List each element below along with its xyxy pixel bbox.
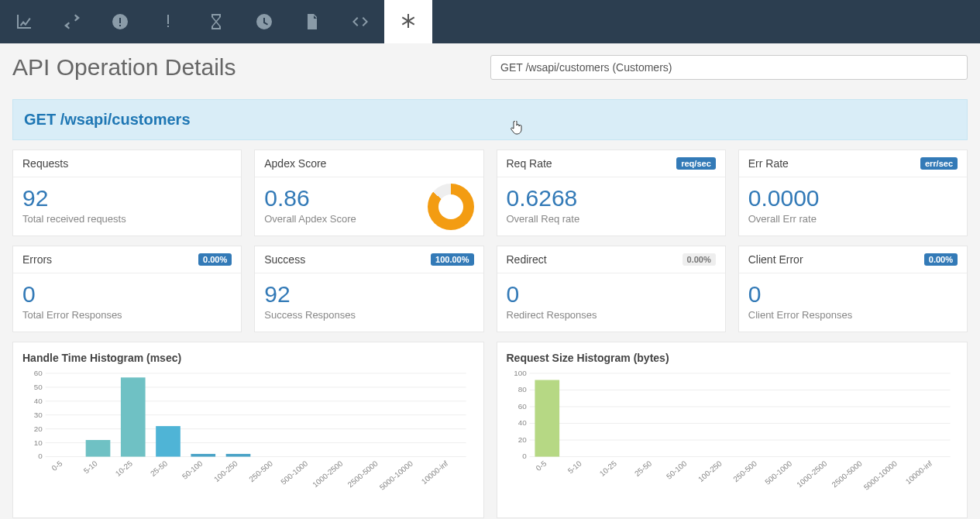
kpi-card-client-error: Client Error0.00%0Client Error Responses bbox=[738, 246, 968, 332]
card-badge: req/sec bbox=[676, 157, 716, 170]
card-header: Client Error0.00% bbox=[739, 246, 967, 273]
svg-text:10-25: 10-25 bbox=[597, 459, 618, 478]
page-header: API Operation Details GET /wsapi/custome… bbox=[0, 43, 980, 99]
svg-text:60: 60 bbox=[34, 369, 43, 377]
card-title: Req Rate bbox=[507, 157, 552, 170]
kpi-value: 0.6268 bbox=[507, 185, 716, 211]
operation-banner: GET /wsapi/customers bbox=[12, 99, 968, 140]
svg-text:500-1000: 500-1000 bbox=[763, 459, 793, 486]
chart-title: Handle Time Histogram (msec) bbox=[22, 352, 474, 364]
card-body: 92Success Responses bbox=[255, 273, 483, 332]
svg-text:10: 10 bbox=[34, 438, 43, 447]
kpi-value: 92 bbox=[264, 281, 473, 308]
tab-pending[interactable] bbox=[192, 0, 240, 43]
svg-text:40: 40 bbox=[518, 418, 526, 427]
kpi-sub: Total received requests bbox=[22, 213, 232, 225]
chart-row: Handle Time Histogram (msec) 01020304050… bbox=[0, 342, 980, 519]
svg-text:5000-10000: 5000-10000 bbox=[378, 459, 415, 492]
kpi-card-redirect: Redirect0.00%0Redirect Responses bbox=[497, 246, 726, 332]
kpi-row-1: Requests92Total received requestsApdex S… bbox=[0, 150, 980, 246]
svg-text:0: 0 bbox=[38, 452, 43, 460]
kpi-sub: Total Error Responses bbox=[22, 309, 232, 321]
svg-text:25-50: 25-50 bbox=[632, 459, 653, 478]
card-body: 0.6268Overall Req rate bbox=[497, 177, 725, 235]
card-header: Apdex Score bbox=[255, 150, 483, 177]
svg-rect-17 bbox=[156, 426, 181, 456]
tab-history[interactable] bbox=[240, 0, 288, 43]
kpi-value: 0 bbox=[22, 281, 232, 308]
svg-text:100-250: 100-250 bbox=[696, 459, 723, 483]
clock-icon bbox=[255, 12, 273, 31]
kpi-sub: Overall Req rate bbox=[507, 213, 716, 225]
card-body: 0.86Overall Apdex Score bbox=[255, 177, 483, 235]
kpi-row-2: Errors0.00%0Total Error ResponsesSuccess… bbox=[0, 246, 980, 342]
chart-svg: 01020304050600-55-1010-2525-5050-100100-… bbox=[22, 369, 474, 499]
tab-document[interactable] bbox=[288, 0, 336, 43]
tab-flows[interactable] bbox=[48, 0, 96, 43]
exclamation-icon bbox=[159, 12, 177, 31]
svg-text:1000-2500: 1000-2500 bbox=[795, 459, 829, 489]
card-body: 0Client Error Responses bbox=[739, 273, 967, 332]
svg-text:20: 20 bbox=[518, 435, 526, 444]
kpi-card-apdex-score: Apdex Score0.86Overall Apdex Score bbox=[254, 150, 483, 236]
kpi-sub: Redirect Responses bbox=[507, 309, 716, 321]
svg-rect-15 bbox=[86, 440, 111, 457]
tab-asterisk[interactable] bbox=[384, 0, 432, 43]
svg-text:40: 40 bbox=[34, 397, 43, 405]
card-badge: 0.00% bbox=[924, 253, 958, 266]
card-body: 0.0000Overall Err rate bbox=[739, 177, 967, 235]
svg-text:2500-5000: 2500-5000 bbox=[830, 459, 864, 489]
card-body: 0Total Error Responses bbox=[13, 273, 241, 332]
svg-text:0: 0 bbox=[522, 452, 527, 460]
topbar bbox=[0, 0, 980, 43]
kpi-value: 92 bbox=[22, 185, 232, 211]
operation-select-value: GET /wsapi/customers (Customers) bbox=[500, 61, 672, 74]
card-badge: 0.00% bbox=[683, 253, 716, 266]
kpi-card-req-rate: Req Ratereq/sec0.6268Overall Req rate bbox=[497, 150, 726, 236]
card-title: Redirect bbox=[507, 253, 547, 266]
svg-text:30: 30 bbox=[34, 411, 43, 419]
chart-svg: 0204060801000-55-1010-2525-5050-100100-2… bbox=[507, 369, 958, 499]
kpi-sub: Client Error Responses bbox=[748, 309, 958, 321]
card-title: Apdex Score bbox=[264, 157, 326, 170]
card-badge: 100.00% bbox=[431, 253, 473, 266]
svg-rect-16 bbox=[121, 377, 146, 456]
svg-text:60: 60 bbox=[518, 402, 526, 411]
svg-text:50-100: 50-100 bbox=[664, 459, 688, 480]
card-body: 92Total received requests bbox=[13, 177, 241, 235]
card-header: Req Ratereq/sec bbox=[497, 150, 725, 177]
swap-icon bbox=[63, 12, 81, 31]
kpi-card-errors: Errors0.00%0Total Error Responses bbox=[12, 246, 242, 332]
svg-text:5000-10000: 5000-10000 bbox=[861, 459, 899, 492]
svg-text:10000-inf: 10000-inf bbox=[420, 459, 450, 486]
svg-rect-18 bbox=[191, 454, 215, 457]
kpi-card-requests: Requests92Total received requests bbox=[12, 150, 242, 236]
svg-rect-19 bbox=[226, 454, 251, 457]
svg-text:500-1000: 500-1000 bbox=[279, 459, 309, 486]
operation-select[interactable]: GET /wsapi/customers (Customers) bbox=[490, 55, 968, 80]
chart-title: Request Size Histogram (bytes) bbox=[507, 352, 958, 364]
card-badge: 0.00% bbox=[198, 253, 232, 266]
svg-text:0-5: 0-5 bbox=[534, 459, 548, 473]
page-title: API Operation Details bbox=[12, 54, 236, 81]
svg-text:1000-2500: 1000-2500 bbox=[311, 459, 345, 489]
svg-text:250-500: 250-500 bbox=[731, 459, 758, 483]
card-header: Redirect0.00% bbox=[497, 246, 725, 273]
card-header: Requests bbox=[13, 150, 241, 177]
svg-rect-50 bbox=[535, 380, 559, 457]
apdex-donut bbox=[428, 184, 474, 230]
kpi-value: 0.0000 bbox=[748, 185, 958, 211]
tab-alerts[interactable] bbox=[96, 0, 144, 43]
tab-metrics[interactable] bbox=[0, 0, 48, 43]
chart-request-size: Request Size Histogram (bytes) 020406080… bbox=[497, 342, 968, 518]
tab-bang[interactable] bbox=[144, 0, 192, 43]
card-header: Err Rateerr/sec bbox=[739, 150, 967, 177]
svg-text:0-5: 0-5 bbox=[50, 459, 64, 473]
chart-handle-time: Handle Time Histogram (msec) 01020304050… bbox=[12, 342, 484, 518]
tab-code[interactable] bbox=[336, 0, 384, 43]
asterisk-icon bbox=[399, 12, 418, 31]
svg-text:5-10: 5-10 bbox=[82, 459, 100, 475]
kpi-sub: Success Responses bbox=[264, 309, 473, 321]
file-icon bbox=[303, 12, 322, 31]
svg-text:80: 80 bbox=[518, 385, 526, 394]
